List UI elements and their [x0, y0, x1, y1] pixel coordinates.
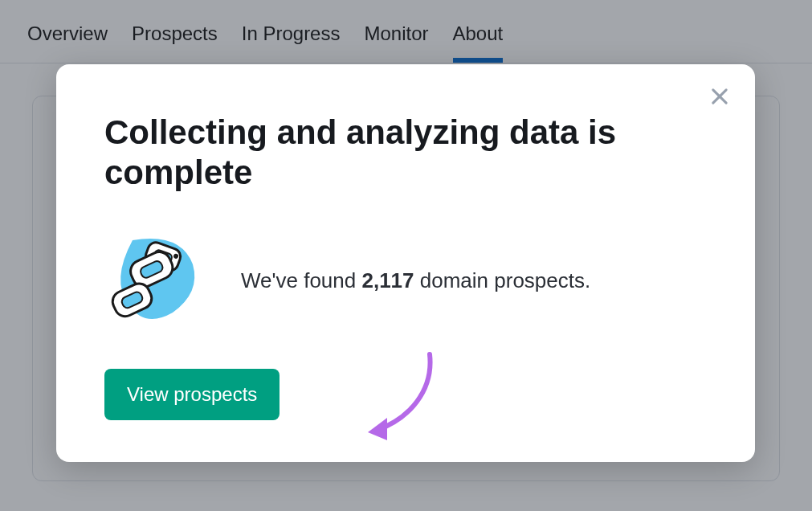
view-prospects-button[interactable]: View prospects [104, 369, 280, 420]
annotation-arrow-icon [361, 350, 450, 447]
close-button[interactable] [705, 82, 734, 111]
button-label: View prospects [127, 383, 257, 405]
modal-message: We've found 2,117 domain prospects. [241, 266, 590, 295]
modal-body: We've found 2,117 domain prospects. [104, 232, 707, 329]
message-suffix: domain prospects. [414, 268, 591, 292]
message-prefix: We've found [241, 268, 361, 292]
prospect-count: 2,117 [361, 268, 414, 292]
chain-icon [104, 232, 209, 329]
close-icon [708, 85, 731, 108]
modal-title: Collecting and analyzing data is complet… [104, 112, 707, 194]
completion-modal: Collecting and analyzing data is complet… [56, 64, 755, 462]
